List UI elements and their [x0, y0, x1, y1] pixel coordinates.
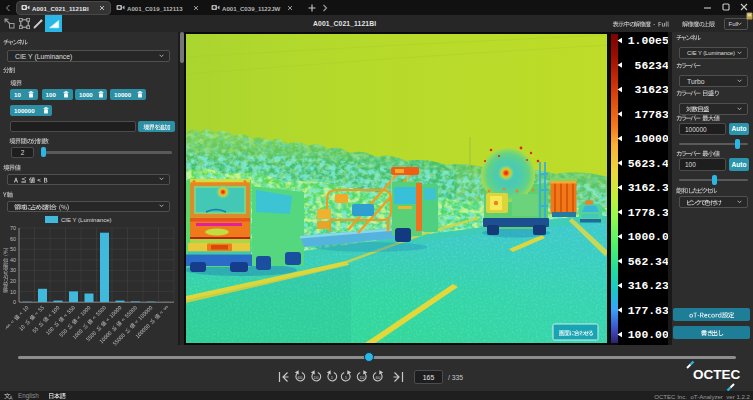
svg-text:1778.3: 1778.3 [628, 207, 669, 219]
svg-text:70: 70 [10, 225, 16, 231]
svg-text:100.00: 100.00 [628, 329, 669, 341]
svg-text:1.00e5: 1.00e5 [628, 35, 669, 47]
svg-text:30: 30 [10, 267, 16, 273]
svg-text:50: 50 [10, 246, 16, 252]
svg-text:20: 20 [10, 278, 16, 284]
svg-text:316.23: 316.23 [628, 280, 669, 292]
svg-text:1: 1 [345, 375, 348, 380]
svg-text:40: 40 [10, 257, 16, 263]
svg-text:10: 10 [360, 375, 365, 380]
svg-text:1000.0: 1000.0 [628, 231, 669, 243]
svg-text:5623.4: 5623.4 [628, 158, 669, 170]
svg-text:56234: 56234 [635, 60, 669, 72]
svg-text:3162.3: 3162.3 [628, 182, 669, 194]
svg-text:10: 10 [314, 375, 319, 380]
svg-text:31623: 31623 [635, 84, 669, 96]
svg-text:562.34: 562.34 [628, 256, 669, 268]
svg-text:0: 0 [13, 299, 16, 305]
svg-text:60: 60 [298, 375, 303, 380]
svg-text:10: 10 [10, 289, 16, 295]
svg-text:177.83: 177.83 [628, 305, 669, 317]
svg-text:17783: 17783 [635, 109, 669, 121]
svg-text:60: 60 [10, 236, 16, 242]
svg-text:60: 60 [376, 375, 381, 380]
svg-text:10000: 10000 [635, 133, 669, 145]
svg-text:1: 1 [331, 375, 334, 380]
